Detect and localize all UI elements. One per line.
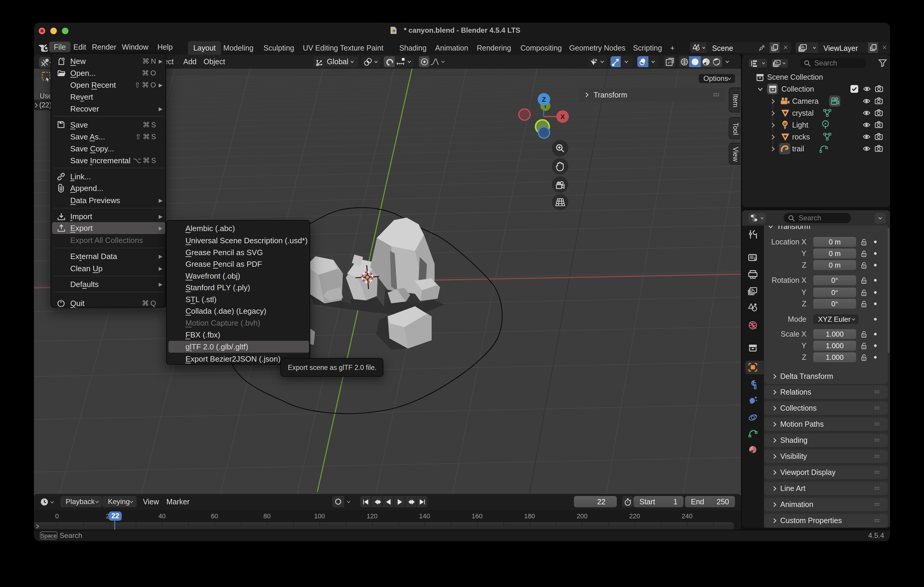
svg-text:X: X bbox=[561, 113, 565, 120]
svg-text:Z: Z bbox=[542, 96, 546, 103]
